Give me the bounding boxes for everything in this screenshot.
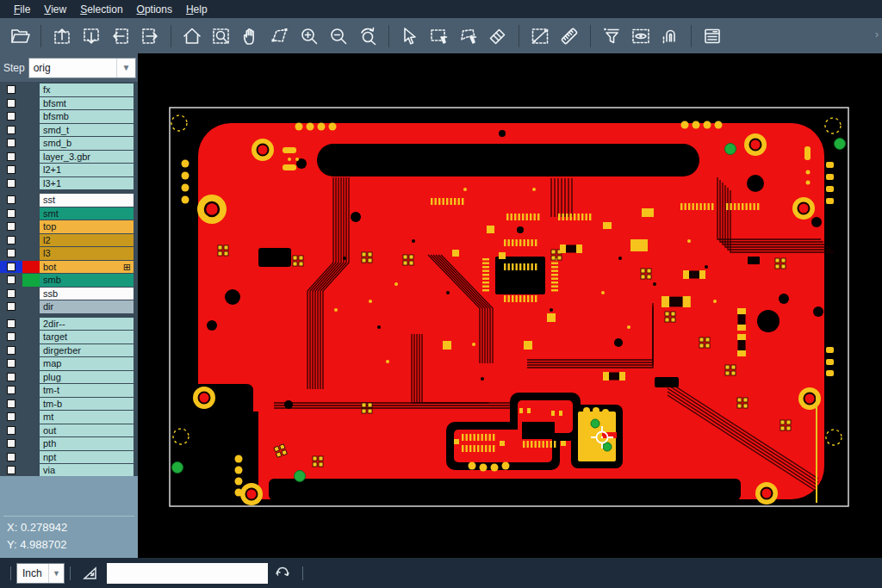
ruler-button[interactable]	[556, 23, 582, 49]
move-right-button[interactable]	[137, 23, 163, 49]
layer-color-swatch[interactable]	[22, 371, 40, 384]
measure-distance-button[interactable]	[527, 23, 553, 49]
layer-color-swatch[interactable]	[22, 97, 40, 110]
layer-visibility-checkbox[interactable]	[0, 288, 22, 300]
layer-visibility-checkbox[interactable]	[0, 384, 22, 397]
layer-visibility-checkbox[interactable]	[0, 164, 22, 176]
layer-visibility-checkbox[interactable]	[0, 357, 22, 370]
select-polygon-button[interactable]	[456, 23, 481, 49]
menu-view[interactable]: View	[37, 2, 73, 17]
menu-help[interactable]: Help	[179, 2, 214, 17]
layer-visibility-checkbox[interactable]	[0, 398, 22, 411]
zoom-window-button[interactable]	[208, 23, 234, 49]
layer-label[interactable]: map	[40, 357, 134, 370]
layer-visibility-checkbox[interactable]	[0, 371, 22, 384]
layer-color-swatch[interactable]	[22, 234, 40, 247]
layer-label[interactable]: smb	[40, 274, 134, 287]
layer-visibility-checkbox[interactable]	[0, 207, 22, 220]
layer-label[interactable]: dirgerber	[40, 344, 134, 357]
snap-button[interactable]	[657, 23, 683, 49]
clear-brush-button[interactable]	[485, 23, 511, 49]
layer-visibility-checkbox[interactable]	[0, 437, 22, 450]
toolbar-overflow-chevron[interactable]: ›	[875, 28, 879, 40]
layers-panel-button[interactable]	[699, 23, 725, 49]
menu-selection[interactable]: Selection	[73, 2, 129, 17]
layer-color-swatch[interactable]	[22, 137, 40, 150]
layer-visibility-checkbox[interactable]	[0, 464, 22, 476]
layer-label[interactable]: tm-t	[40, 384, 134, 397]
layer-label[interactable]: smt	[40, 207, 134, 220]
layer-label[interactable]: npt	[40, 451, 134, 464]
measure-angle-button[interactable]	[79, 564, 102, 583]
layer-label[interactable]: l2	[40, 234, 134, 247]
layer-color-swatch[interactable]	[22, 384, 40, 397]
layer-label[interactable]: l3+1	[40, 177, 134, 190]
layer-color-swatch[interactable]	[22, 318, 40, 331]
zoom-out-button[interactable]	[326, 23, 351, 49]
filter-button[interactable]	[599, 23, 624, 49]
layer-label[interactable]: via	[40, 464, 134, 476]
layer-color-swatch[interactable]	[22, 151, 40, 164]
layer-color-swatch[interactable]	[22, 164, 40, 176]
layer-label[interactable]: out	[40, 424, 134, 437]
layer-visibility-checkbox[interactable]	[0, 247, 22, 260]
layer-color-swatch[interactable]	[22, 247, 40, 260]
layer-label[interactable]: dir	[40, 300, 134, 313]
move-left-button[interactable]	[108, 23, 134, 49]
layer-visibility-checkbox[interactable]	[0, 318, 22, 331]
view-options-button[interactable]	[628, 23, 654, 49]
layer-visibility-checkbox[interactable]	[0, 411, 22, 424]
layer-color-swatch[interactable]	[22, 344, 40, 357]
layer-label[interactable]: smd_b	[40, 137, 134, 150]
layer-visibility-checkbox[interactable]	[0, 110, 22, 123]
layer-color-swatch[interactable]	[22, 437, 40, 450]
layer-label[interactable]: mt	[40, 411, 134, 424]
zoom-previous-button[interactable]	[355, 23, 381, 49]
layer-color-swatch[interactable]	[22, 261, 40, 274]
layer-color-swatch[interactable]	[22, 411, 40, 424]
home-view-button[interactable]	[179, 23, 205, 49]
layer-label[interactable]: l2+1	[40, 164, 134, 176]
layer-color-swatch[interactable]	[22, 274, 40, 287]
layer-label[interactable]: smd_t	[40, 124, 134, 137]
move-down-button[interactable]	[78, 23, 104, 49]
layer-visibility-checkbox[interactable]	[0, 261, 22, 274]
layer-color-swatch[interactable]	[22, 124, 40, 137]
layer-visibility-checkbox[interactable]	[0, 177, 22, 190]
menu-options[interactable]: Options	[130, 2, 179, 17]
layer-label[interactable]: top	[40, 220, 134, 233]
layer-label[interactable]: ssb	[40, 288, 134, 300]
layer-color-swatch[interactable]	[22, 84, 40, 96]
layer-visibility-checkbox[interactable]	[0, 344, 22, 357]
layer-label[interactable]: target	[40, 331, 134, 344]
layer-visibility-checkbox[interactable]	[0, 424, 22, 437]
layer-color-swatch[interactable]	[22, 424, 40, 437]
select-pointer-button[interactable]	[397, 23, 423, 49]
layer-color-swatch[interactable]	[22, 220, 40, 233]
layer-visibility-checkbox[interactable]	[0, 84, 22, 96]
layer-visibility-checkbox[interactable]	[0, 234, 22, 247]
refresh-button[interactable]	[270, 563, 295, 584]
layer-visibility-checkbox[interactable]	[0, 97, 22, 110]
layer-visibility-checkbox[interactable]	[0, 331, 22, 344]
layer-color-swatch[interactable]	[22, 110, 40, 123]
layer-visibility-checkbox[interactable]	[0, 300, 22, 313]
pcb-canvas[interactable]	[138, 53, 882, 558]
zoom-polygon-button[interactable]	[267, 23, 293, 49]
select-rectangle-button[interactable]	[426, 23, 452, 49]
step-select[interactable]: orig ▼	[28, 58, 136, 78]
layer-visibility-checkbox[interactable]	[0, 137, 22, 150]
layer-visibility-checkbox[interactable]	[0, 451, 22, 464]
layer-label[interactable]: 2dir--	[40, 318, 134, 331]
layer-color-swatch[interactable]	[22, 451, 40, 464]
units-select[interactable]: Inch ▼	[16, 563, 65, 584]
layer-label[interactable]: pth	[40, 437, 134, 450]
layer-label[interactable]: bfsmt	[40, 97, 134, 110]
layer-visibility-checkbox[interactable]	[0, 151, 22, 164]
layer-label[interactable]: l3	[40, 247, 134, 260]
command-input[interactable]	[107, 563, 268, 584]
layer-color-swatch[interactable]	[22, 300, 40, 313]
layer-color-swatch[interactable]	[22, 177, 40, 190]
layer-visibility-checkbox[interactable]	[0, 124, 22, 137]
layer-label[interactable]: layer_3.gbr	[40, 151, 134, 164]
